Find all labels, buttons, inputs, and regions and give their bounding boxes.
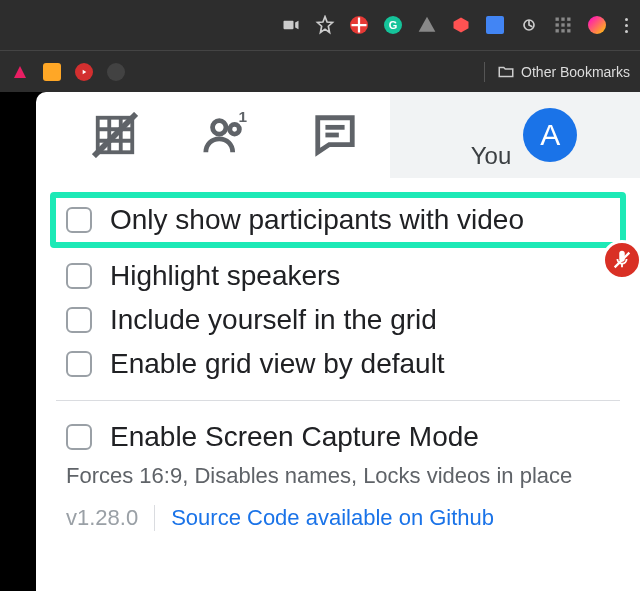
option-label: Only show participants with video (110, 204, 524, 236)
svg-rect-0 (284, 21, 294, 29)
github-link[interactable]: Source Code available on Github (171, 505, 494, 531)
option-screen-capture[interactable]: Enable Screen Capture Mode (56, 415, 620, 459)
grid-icon[interactable] (553, 15, 573, 35)
tab-you[interactable]: You A (390, 92, 640, 178)
extension-icon-3[interactable] (519, 15, 539, 35)
screen-capture-description: Forces 16:9, Disables names, Locks video… (56, 463, 620, 489)
svg-point-17 (213, 121, 226, 134)
camera-icon[interactable] (281, 15, 301, 35)
footer-divider (154, 505, 155, 531)
bookmark-icon-1[interactable] (10, 62, 30, 82)
browser-menu-icon[interactable] (621, 14, 632, 37)
ublock-icon[interactable] (349, 15, 369, 35)
bookmark-icon-3[interactable] (74, 62, 94, 82)
mic-muted-icon[interactable] (602, 240, 640, 280)
option-include-yourself[interactable]: Include yourself in the grid (56, 298, 620, 342)
svg-rect-3 (561, 18, 564, 21)
checkbox[interactable] (66, 263, 92, 289)
checkbox[interactable] (66, 351, 92, 377)
other-bookmarks-label: Other Bookmarks (521, 64, 630, 80)
grammarly-icon[interactable]: G (383, 15, 403, 35)
checkbox[interactable] (66, 424, 92, 450)
panel-footer: v1.28.0 Source Code available on Github (36, 489, 640, 531)
svg-rect-5 (556, 23, 559, 26)
avatar-initial: A (540, 118, 560, 152)
option-label: Highlight speakers (110, 260, 340, 292)
option-label: Enable Screen Capture Mode (110, 421, 479, 453)
tab-grid-disabled[interactable] (60, 92, 170, 178)
options-list: Only show participants with video Highli… (36, 178, 640, 489)
browser-toolbar: G (0, 0, 640, 50)
svg-text:1: 1 (238, 112, 247, 125)
checkbox[interactable] (66, 207, 92, 233)
svg-rect-8 (556, 29, 559, 32)
profile-avatar-icon[interactable] (587, 15, 607, 35)
svg-rect-4 (567, 18, 570, 21)
extension-panel: 1 You A Only show participant (36, 92, 640, 591)
drive-icon[interactable] (417, 15, 437, 35)
avatar: A (523, 108, 577, 162)
bookmark-icon-2[interactable] (42, 62, 62, 82)
tabs-row: 1 You A (36, 92, 640, 178)
options-divider (56, 400, 620, 401)
svg-rect-2 (556, 18, 559, 21)
option-enable-default[interactable]: Enable grid view by default (56, 342, 620, 386)
svg-line-16 (94, 114, 136, 156)
tab-chat[interactable] (280, 92, 390, 178)
bookmark-icon-4[interactable] (106, 62, 126, 82)
svg-point-18 (230, 124, 240, 134)
star-icon[interactable] (315, 15, 335, 35)
extension-icon-1[interactable] (451, 15, 471, 35)
option-only-show-video[interactable]: Only show participants with video (50, 192, 626, 248)
option-highlight-speakers[interactable]: Highlight speakers (56, 254, 620, 298)
bookmarks-bar: Other Bookmarks (0, 50, 640, 92)
other-bookmarks-folder[interactable]: Other Bookmarks (497, 63, 630, 81)
version-label: v1.28.0 (66, 505, 138, 531)
bookmarks-divider (484, 62, 485, 82)
checkbox[interactable] (66, 307, 92, 333)
svg-rect-10 (567, 29, 570, 32)
svg-rect-9 (561, 29, 564, 32)
svg-rect-7 (567, 23, 570, 26)
tab-participants[interactable]: 1 (170, 92, 280, 178)
option-label: Include yourself in the grid (110, 304, 437, 336)
option-label: Enable grid view by default (110, 348, 445, 380)
svg-rect-6 (561, 23, 564, 26)
extension-icon-2[interactable] (485, 15, 505, 35)
you-label: You (471, 142, 512, 178)
